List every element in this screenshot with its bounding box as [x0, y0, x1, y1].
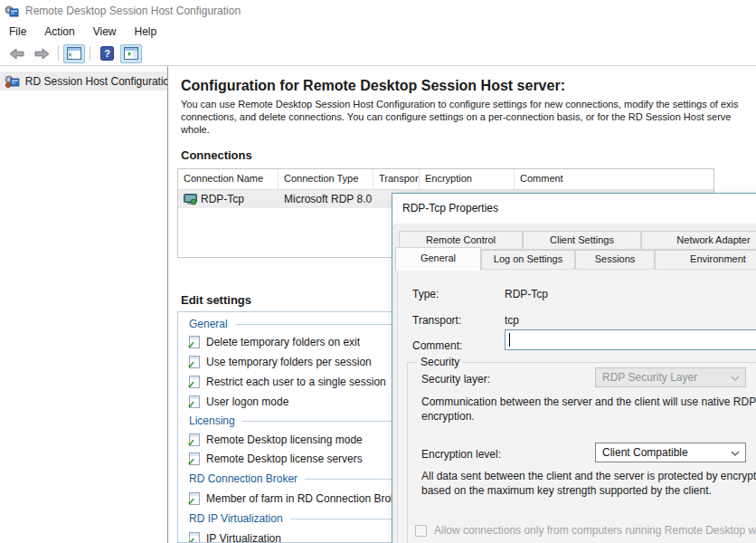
forward-arrow-icon — [34, 48, 50, 60]
tab-sessions[interactable]: Sessions — [575, 250, 655, 270]
setting-license-servers[interactable]: Remote Desktop license servers — [189, 452, 363, 465]
text-cursor — [509, 333, 510, 347]
toolbar: ? — [0, 42, 756, 66]
setting-icon — [189, 395, 200, 408]
tree-node-rd-session-host[interactable]: RD Session Host Configuratic — [0, 71, 167, 90]
help-icon: ? — [100, 46, 114, 61]
security-layer-note-line: Communication between the server and the… — [421, 395, 756, 409]
page-description-line: whole. — [181, 124, 210, 135]
setting-user-logon-mode[interactable]: User logon mode — [189, 395, 288, 408]
toolbar-separator — [90, 46, 90, 61]
menu-help[interactable]: Help — [126, 24, 166, 40]
setting-licensing-mode[interactable]: Remote Desktop licensing mode — [189, 433, 363, 446]
back-arrow-icon — [9, 48, 24, 60]
encryption-level-select[interactable]: Client Compatible — [595, 443, 746, 462]
page-description-line: You can use Remote Desktop Session Host … — [181, 99, 739, 110]
rd-session-host-icon — [5, 74, 20, 89]
setting-icon — [189, 452, 200, 465]
help-button[interactable]: ? — [95, 44, 118, 63]
setting-member-of-farm[interactable]: Member of farm in RD Connection Broker — [189, 492, 406, 505]
column-header-connection-name[interactable]: Connection Name — [178, 169, 279, 189]
console-tree-icon — [67, 47, 81, 60]
column-header-comment[interactable]: Comment — [515, 169, 713, 189]
nla-checkbox — [415, 525, 427, 537]
connections-heading: Connections — [181, 148, 252, 162]
forward-button[interactable] — [30, 44, 53, 63]
setting-temp-folders-per-session[interactable]: Use temporary folders per session — [189, 356, 372, 368]
tab-network-adapter[interactable]: Network Adapter — [641, 231, 756, 250]
dialog-titlebar[interactable]: RDP-Tcp Properties — [392, 194, 756, 224]
setting-restrict-single-session[interactable]: Restrict each user to a single session — [189, 376, 386, 388]
console-tree-pane: RD Session Host Configuratic — [0, 66, 168, 543]
column-header-connection-type[interactable]: Connection Type — [279, 169, 373, 189]
toolbar-separator — [58, 46, 59, 61]
encryption-note-line: based on the maximum key strength suppor… — [421, 483, 712, 498]
dialog-title: RDP-Tcp Properties — [402, 202, 498, 214]
column-header-transport[interactable]: Transport — [373, 169, 420, 189]
titlebar: Remote Desktop Session Host Configuratio… — [0, 0, 756, 22]
transport-label: Transport: — [412, 314, 461, 327]
back-button[interactable] — [5, 44, 28, 63]
setting-ip-virtualization[interactable]: IP Virtualization — [189, 532, 281, 543]
security-group-label: Security — [417, 356, 463, 368]
app-window: Remote Desktop Session Host Configuratio… — [0, 0, 756, 543]
rdp-tcp-properties-dialog: RDP-Tcp Properties Remote Control Client… — [392, 193, 756, 543]
connection-name: RDP-Tcp — [201, 193, 244, 205]
show-action-pane-button[interactable] — [120, 44, 142, 63]
app-icon — [5, 4, 19, 18]
window-title: Remote Desktop Session Host Configuratio… — [25, 5, 241, 17]
tab-client-settings[interactable]: Client Settings — [523, 231, 641, 250]
menu-file[interactable]: File — [0, 24, 35, 40]
setting-icon — [189, 356, 200, 368]
nla-checkbox-label: Allow connections only from computers ru… — [434, 524, 756, 537]
column-header-encryption[interactable]: Encryption — [420, 169, 515, 189]
connection-type: Microsoft RDP 8.0 — [284, 193, 372, 205]
tree-node-label: RD Session Host Configuratic — [25, 75, 167, 88]
security-layer-select: RDP Security Layer — [595, 367, 746, 387]
chevron-down-icon — [731, 376, 740, 381]
setting-icon — [189, 492, 200, 505]
setting-icon — [189, 433, 200, 446]
encryption-level-label: Encryption level: — [421, 448, 501, 461]
edit-settings-heading: Edit settings — [181, 293, 251, 307]
setting-icon — [189, 376, 200, 388]
menubar: File Action View Help — [0, 22, 756, 42]
tab-general[interactable]: General — [395, 247, 481, 271]
page-description-line: connections, and delete connections. You… — [181, 111, 731, 122]
comment-input[interactable] — [505, 329, 756, 350]
connection-icon — [184, 194, 197, 205]
connections-table-header: Connection Name Connection Type Transpor… — [178, 169, 713, 190]
action-pane-icon — [124, 47, 138, 60]
chevron-down-icon — [731, 451, 740, 456]
security-layer-note-line: encryption. — [421, 409, 475, 424]
encryption-note-line: All data sent between the client and the… — [421, 469, 756, 483]
type-label: Type: — [412, 288, 439, 300]
svg-text:?: ? — [104, 48, 110, 59]
menu-action[interactable]: Action — [35, 24, 83, 40]
transport-value: tcp — [505, 314, 519, 327]
comment-label: Comment: — [412, 339, 462, 352]
setting-icon — [189, 336, 200, 348]
setting-delete-temp-folders[interactable]: Delete temporary folders on exit — [189, 336, 360, 348]
tab-environment[interactable]: Environment — [655, 250, 756, 270]
page-title: Configuration for Remote Desktop Session… — [181, 78, 565, 94]
tab-log-on-settings[interactable]: Log on Settings — [481, 250, 575, 270]
show-console-tree-button[interactable] — [63, 44, 85, 63]
type-value: RDP-Tcp — [505, 288, 548, 300]
security-layer-label: Security layer: — [421, 373, 490, 386]
setting-icon — [189, 532, 200, 543]
menu-view[interactable]: View — [84, 24, 126, 40]
